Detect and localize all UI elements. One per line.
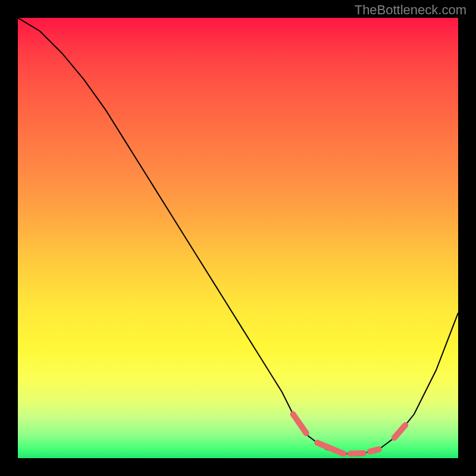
attribution-text: TheBottleneck.com [355, 2, 466, 18]
chart-svg [18, 18, 458, 458]
highlight-segment [293, 414, 306, 433]
highlight-segment [350, 453, 364, 454]
highlight-segment [370, 449, 379, 452]
highlight-segment [394, 425, 406, 438]
highlight-segment [317, 443, 343, 454]
chart-plot-area [18, 18, 458, 458]
highlight-markers [293, 414, 406, 454]
bottleneck-curve [18, 18, 458, 454]
